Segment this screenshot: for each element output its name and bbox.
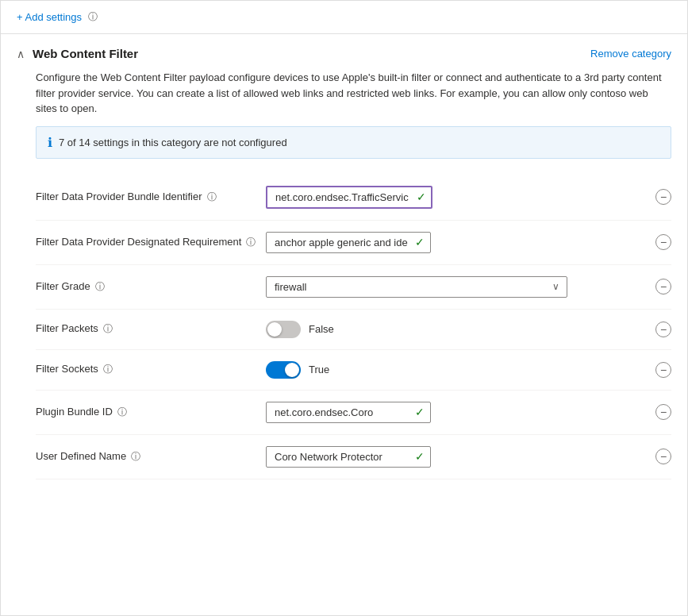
setting-row-filter-packets: Filter Packets ⓘ False − xyxy=(36,310,671,350)
remove-row-button-2[interactable]: − xyxy=(655,279,671,295)
setting-label-1: Filter Data Provider Designated Requirem… xyxy=(36,235,241,249)
check-icon-5: ✓ xyxy=(415,406,425,418)
setting-control-6: ✓ xyxy=(266,446,641,468)
filter-packets-toggle[interactable] xyxy=(266,321,301,338)
section-title: Web Content Filter xyxy=(33,47,138,60)
setting-row-filter-grade: Filter Grade ⓘ firewall inspector ∨ − xyxy=(36,265,671,310)
setting-label-group-6: User Defined Name ⓘ xyxy=(36,449,258,464)
setting-label-group-2: Filter Grade ⓘ xyxy=(36,279,258,294)
setting-label-2: Filter Grade xyxy=(36,279,90,294)
filter-grade-select[interactable]: firewall inspector xyxy=(266,276,567,298)
setting-info-icon-4: ⓘ xyxy=(103,363,113,376)
remove-row-button-4[interactable]: − xyxy=(655,362,671,378)
filter-sockets-toggle[interactable] xyxy=(266,361,301,379)
setting-row-filter-data-provider-bundle: Filter Data Provider Bundle Identifier ⓘ… xyxy=(36,175,671,221)
remove-category-link[interactable]: Remove category xyxy=(590,48,671,60)
check-icon-1: ✓ xyxy=(415,236,425,248)
text-input-check-0: ✓ xyxy=(266,186,432,209)
setting-label-5: Plugin Bundle ID xyxy=(36,405,113,419)
add-settings-info-icon: ⓘ xyxy=(88,10,98,24)
setting-info-icon-5: ⓘ xyxy=(117,406,127,419)
user-defined-name-input[interactable] xyxy=(266,446,431,468)
remove-row-button-6[interactable]: − xyxy=(655,449,671,464)
filter-grade-select-wrapper: firewall inspector ∨ xyxy=(266,276,567,298)
settings-list: Filter Data Provider Bundle Identifier ⓘ… xyxy=(17,175,671,479)
setting-row-filter-sockets: Filter Sockets ⓘ True − xyxy=(36,350,671,391)
remove-row-button-1[interactable]: − xyxy=(655,234,671,250)
text-input-check-1: ✓ xyxy=(266,232,431,253)
setting-label-4: Filter Sockets xyxy=(36,362,98,376)
add-settings-link[interactable]: + Add settings xyxy=(17,11,82,23)
setting-label-group-3: Filter Packets ⓘ xyxy=(36,321,258,336)
text-input-check-5: ✓ xyxy=(266,402,431,423)
setting-label-group-0: Filter Data Provider Bundle Identifier ⓘ xyxy=(36,190,258,204)
setting-label-3: Filter Packets xyxy=(36,321,98,336)
filter-packets-label: False xyxy=(309,323,334,335)
setting-row-plugin-bundle-id: Plugin Bundle ID ⓘ ✓ − xyxy=(36,391,671,435)
setting-info-icon-1: ⓘ xyxy=(246,236,256,249)
check-icon-0: ✓ xyxy=(417,191,426,203)
info-banner-text: 7 of 14 settings in this category are no… xyxy=(59,137,287,148)
top-bar: + Add settings ⓘ xyxy=(1,1,687,34)
text-input-check-6: ✓ xyxy=(266,446,431,468)
plugin-bundle-id-input[interactable] xyxy=(266,402,431,423)
setting-info-icon-6: ⓘ xyxy=(131,450,140,464)
remove-row-button-5[interactable]: − xyxy=(655,404,671,420)
setting-row-user-defined-name: User Defined Name ⓘ ✓ − xyxy=(36,435,671,479)
setting-info-icon-2: ⓘ xyxy=(95,280,105,294)
setting-label-0: Filter Data Provider Bundle Identifier xyxy=(36,190,202,204)
filter-data-provider-bundle-input[interactable] xyxy=(266,186,432,209)
filter-data-provider-designated-input[interactable] xyxy=(266,232,431,253)
filter-sockets-label: True xyxy=(309,364,329,375)
section-title-group: ∧ Web Content Filter xyxy=(17,47,138,60)
section-header: ∧ Web Content Filter Remove category xyxy=(17,47,671,60)
filter-sockets-toggle-group: True xyxy=(266,361,329,379)
setting-row-filter-data-provider-designated: Filter Data Provider Designated Requirem… xyxy=(36,221,671,265)
setting-control-4: True xyxy=(266,361,641,379)
collapse-chevron-icon[interactable]: ∧ xyxy=(17,48,25,60)
setting-label-group-5: Plugin Bundle ID ⓘ xyxy=(36,405,258,419)
setting-label-group-4: Filter Sockets ⓘ xyxy=(36,362,258,376)
setting-label-group-1: Filter Data Provider Designated Requirem… xyxy=(36,235,258,249)
remove-row-button-3[interactable]: − xyxy=(655,321,671,337)
setting-label-6: User Defined Name xyxy=(36,449,126,464)
remove-row-button-0[interactable]: − xyxy=(655,189,671,205)
info-banner-icon: ℹ xyxy=(48,135,52,150)
setting-control-1: ✓ xyxy=(266,232,641,253)
setting-control-0: ✓ xyxy=(266,186,641,209)
toggle-thumb-packets xyxy=(267,322,282,337)
setting-control-3: False xyxy=(266,321,641,338)
filter-packets-toggle-group: False xyxy=(266,321,334,338)
check-icon-6: ✓ xyxy=(415,450,425,463)
toggle-thumb-sockets xyxy=(285,363,299,377)
info-banner: ℹ 7 of 14 settings in this category are … xyxy=(36,126,671,159)
section-description: Configure the Web Content Filter payload… xyxy=(17,70,671,117)
web-content-filter-section: ∧ Web Content Filter Remove category Con… xyxy=(1,34,687,492)
setting-control-5: ✓ xyxy=(266,402,641,423)
setting-info-icon-0: ⓘ xyxy=(207,191,217,204)
setting-control-2: firewall inspector ∨ xyxy=(266,276,641,298)
setting-info-icon-3: ⓘ xyxy=(103,322,113,336)
